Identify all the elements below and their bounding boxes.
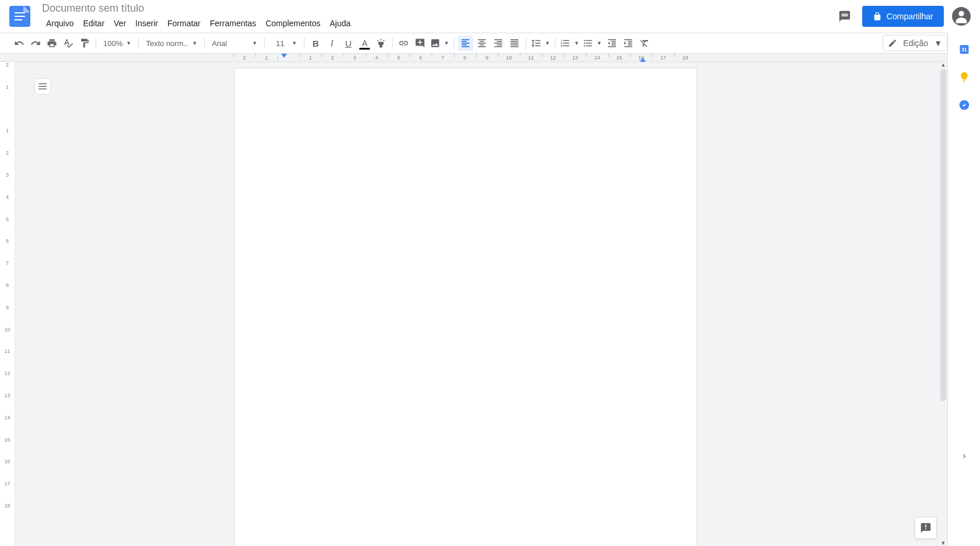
redo-button[interactable] bbox=[28, 36, 43, 51]
vertical-ruler[interactable]: 21123456789101112131415161718 bbox=[0, 62, 15, 546]
menu-ferramentas[interactable]: Ferramentas bbox=[206, 16, 260, 30]
user-avatar[interactable] bbox=[952, 7, 971, 26]
tasks-app-button[interactable] bbox=[958, 99, 970, 111]
vertical-scrollbar[interactable]: ▲ ▼ bbox=[939, 62, 947, 546]
spellcheck-icon bbox=[63, 38, 74, 48]
undo-button[interactable] bbox=[12, 36, 27, 51]
ruler-tick: 6 bbox=[0, 238, 15, 244]
zoom-dropdown[interactable]: 100%▼ bbox=[100, 36, 135, 51]
highlight-button[interactable] bbox=[373, 36, 388, 51]
ruler-tick: 3 bbox=[344, 55, 366, 61]
scroll-down-arrow[interactable]: ▼ bbox=[940, 540, 946, 546]
align-right-button[interactable] bbox=[491, 36, 506, 51]
menu-formatar[interactable]: Formatar bbox=[163, 16, 205, 30]
document-outline-button[interactable] bbox=[34, 78, 51, 94]
toolbar-separator bbox=[96, 37, 96, 49]
link-button[interactable] bbox=[396, 36, 411, 51]
menu-inserir[interactable]: Inserir bbox=[131, 16, 162, 30]
svg-point-0 bbox=[958, 10, 964, 16]
keep-app-button[interactable] bbox=[958, 71, 970, 83]
app-header: Arquivo Editar Ver Inserir Formatar Ferr… bbox=[0, 0, 980, 33]
ruler-tick: 12 bbox=[542, 55, 564, 61]
explore-button[interactable] bbox=[915, 517, 937, 539]
bold-button[interactable]: B bbox=[308, 36, 323, 51]
ruler-tick: 3 bbox=[0, 172, 15, 178]
ruler-tick: 7 bbox=[0, 260, 15, 266]
side-panel-expand-button[interactable] bbox=[956, 448, 972, 464]
ruler-tick: 10 bbox=[498, 55, 520, 61]
share-button[interactable]: Compartilhar bbox=[862, 6, 944, 27]
right-indent-marker[interactable] bbox=[640, 57, 646, 62]
document-page[interactable] bbox=[234, 68, 697, 546]
font-size-dropdown[interactable]: ▼ bbox=[268, 36, 300, 51]
scroll-up-arrow[interactable]: ▲ bbox=[940, 62, 946, 68]
align-center-button[interactable] bbox=[474, 36, 489, 51]
redo-icon bbox=[30, 38, 41, 48]
scroll-thumb[interactable] bbox=[940, 69, 946, 401]
comment-icon bbox=[838, 10, 851, 23]
ruler-tick: 1 bbox=[0, 128, 15, 134]
menu-arquivo[interactable]: Arquivo bbox=[42, 16, 78, 30]
ruler-tick: 8 bbox=[454, 55, 476, 61]
horizontal-ruler[interactable]: 21123456789101112131415161718 bbox=[0, 54, 980, 62]
menu-complementos[interactable]: Complementos bbox=[261, 16, 324, 30]
style-dropdown[interactable]: Texto norm...▼ bbox=[142, 36, 201, 51]
document-title-input[interactable] bbox=[42, 2, 275, 15]
indent-decrease-button[interactable] bbox=[604, 36, 620, 51]
bullet-list-dropdown[interactable]: ▼ bbox=[582, 36, 603, 51]
align-right-icon bbox=[493, 38, 503, 48]
toolbar-separator bbox=[454, 37, 454, 49]
underline-button[interactable]: U bbox=[341, 36, 356, 51]
toolbar-separator bbox=[264, 37, 265, 49]
numbered-list-dropdown[interactable]: ▼ bbox=[559, 36, 580, 51]
align-left-button[interactable] bbox=[458, 36, 473, 51]
align-left-icon bbox=[460, 38, 471, 48]
menu-ver[interactable]: Ver bbox=[110, 16, 130, 30]
menu-editar[interactable]: Editar bbox=[79, 16, 108, 30]
toolbar-separator bbox=[526, 37, 526, 49]
workspace: 21123456789101112131415161718 ▲ ▼ bbox=[0, 62, 947, 546]
text-color-button[interactable]: A bbox=[357, 36, 372, 51]
line-spacing-dropdown[interactable]: ▼ bbox=[530, 36, 551, 51]
docs-logo[interactable] bbox=[9, 6, 30, 27]
edit-mode-dropdown[interactable]: Edição ▼ bbox=[883, 35, 947, 51]
tasks-icon bbox=[958, 99, 970, 111]
menu-ajuda[interactable]: Ajuda bbox=[326, 16, 355, 30]
ruler-tick: 15 bbox=[0, 437, 15, 443]
ruler-tick: 5 bbox=[0, 216, 15, 222]
link-icon bbox=[398, 38, 409, 48]
ruler-tick: 14 bbox=[586, 55, 608, 61]
first-line-indent-marker[interactable] bbox=[281, 54, 287, 58]
insert-comment-button[interactable] bbox=[412, 36, 428, 51]
chevron-down-icon: ▼ bbox=[597, 40, 602, 46]
ruler-tick: 4 bbox=[0, 194, 15, 200]
zoom-value: 100% bbox=[103, 39, 123, 48]
font-size-input[interactable] bbox=[272, 39, 288, 48]
chevron-down-icon: ▼ bbox=[126, 40, 131, 46]
ruler-tick: 8 bbox=[0, 282, 15, 288]
ruler-tick: 18 bbox=[674, 55, 696, 61]
clear-format-button[interactable] bbox=[637, 36, 652, 51]
ruler-tick: 4 bbox=[366, 55, 388, 61]
ruler-tick: 15 bbox=[608, 55, 631, 61]
align-justify-button[interactable] bbox=[507, 36, 522, 51]
paint-format-button[interactable] bbox=[77, 36, 92, 51]
print-button[interactable] bbox=[44, 36, 60, 51]
text-color-icon: A bbox=[362, 38, 367, 48]
image-dropdown[interactable]: ▼ bbox=[429, 36, 450, 51]
comments-button[interactable] bbox=[835, 7, 854, 26]
spellcheck-button[interactable] bbox=[61, 36, 76, 51]
underline-icon: U bbox=[345, 38, 352, 48]
indent-increase-button[interactable] bbox=[621, 36, 636, 51]
font-dropdown[interactable]: Arial▼ bbox=[208, 36, 261, 51]
side-panel: 31 bbox=[947, 33, 980, 546]
bullet-list-icon bbox=[583, 38, 593, 48]
italic-button[interactable]: I bbox=[324, 36, 340, 51]
ruler-tick: 13 bbox=[0, 393, 15, 398]
ruler-tick: 2 bbox=[0, 150, 15, 156]
calendar-app-button[interactable]: 31 bbox=[958, 43, 970, 55]
ruler-tick: 12 bbox=[0, 370, 15, 376]
ruler-tick: 9 bbox=[476, 55, 498, 61]
chevron-down-icon: ▼ bbox=[574, 40, 579, 46]
toolbar-separator bbox=[138, 37, 139, 49]
